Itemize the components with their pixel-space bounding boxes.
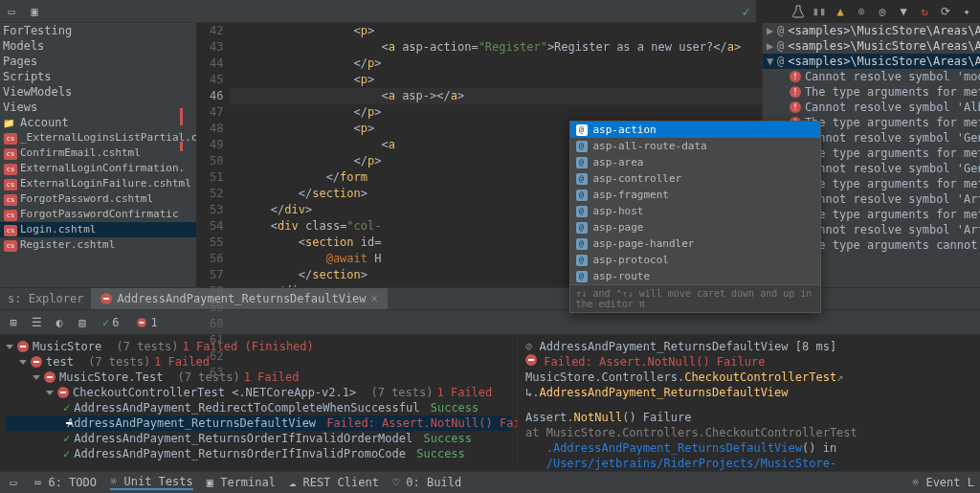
file-item[interactable]: csRegister.cshtml bbox=[0, 237, 196, 253]
collapse-icon[interactable]: ▣ bbox=[27, 4, 42, 19]
file-item[interactable]: csExternalLoginConfirmation. bbox=[0, 161, 196, 176]
autocomplete-item[interactable]: @asp-page bbox=[570, 219, 820, 235]
autocomplete-item[interactable]: @asp-fragment bbox=[570, 187, 820, 203]
contrast-icon[interactable]: ◐ bbox=[52, 315, 67, 330]
check-icon: ✓ bbox=[743, 4, 750, 19]
test-item[interactable]: ✓ AddressAndPayment_ReturnsOrderIfInvali… bbox=[6, 431, 511, 446]
fail-count[interactable]: 1 bbox=[131, 315, 162, 330]
project-sidebar[interactable]: ForTesting Models Pages Scripts ViewMode… bbox=[0, 23, 196, 287]
autocomplete-popup[interactable]: @asp-action@asp-all-route-data@asp-area@… bbox=[569, 121, 821, 313]
autocomplete-item[interactable]: @asp-host bbox=[570, 203, 820, 219]
build-tab[interactable]: ♡ 0: Build bbox=[392, 476, 461, 489]
fail-icon bbox=[57, 387, 69, 398]
test-item[interactable]: AddressAndPayment_ReturnsDefaultView Fai… bbox=[6, 415, 511, 431]
error-file-item[interactable]: ▶@ <samples>\MusicStore\Areas\Ad bbox=[763, 23, 980, 38]
toolbar-right: ▮▮ ▲ ⊗ ◎ ▼ ↻ ⟳ ✦ bbox=[785, 0, 980, 23]
fail-icon bbox=[17, 341, 29, 352]
test-item[interactable]: ✓ AddressAndPayment_ReturnsOrderIfInvali… bbox=[6, 446, 511, 461]
event-log-tab[interactable]: ☼ Event L bbox=[912, 476, 974, 489]
file-item[interactable]: cs_ExternalLoginsListPartial.c bbox=[0, 130, 196, 146]
tree-folder[interactable]: ForTesting bbox=[0, 23, 196, 38]
eye-off-icon[interactable]: ⊗ bbox=[854, 4, 869, 19]
tool-tabs: s: Explorer AddressAndPayment_ReturnsDef… bbox=[0, 287, 980, 310]
autocomplete-item[interactable]: @asp-controller bbox=[570, 170, 820, 187]
tab-test-result[interactable]: AddressAndPayment_ReturnsDefaultView × bbox=[91, 288, 387, 309]
line-gutter: 4243444546474849505152535455565758596061… bbox=[196, 23, 230, 287]
tree-folder[interactable]: Pages bbox=[0, 54, 196, 69]
target-icon[interactable]: ◎ bbox=[875, 4, 890, 19]
autocomplete-hint: ↑↓ and ⌃↑↓ will move caret down and up i… bbox=[570, 284, 820, 312]
error-file-item[interactable]: ▼@ <samples>\MusicStore\Areas\Ad bbox=[763, 54, 980, 69]
tab-label: AddressAndPayment_ReturnsDefaultView bbox=[117, 292, 366, 305]
stacktrace-link[interactable]: .AddressAndPayment_ReturnsDefaultView bbox=[546, 441, 802, 455]
sync-icon[interactable]: ⟳ bbox=[938, 4, 953, 19]
tree-folder[interactable]: Models bbox=[0, 38, 196, 54]
error-item[interactable]: !Cannot resolve symbol 'model' bbox=[763, 69, 980, 84]
tree-folder[interactable]: Views bbox=[0, 100, 196, 115]
autocomplete-item[interactable]: @asp-page-handler bbox=[570, 235, 820, 252]
unit-tests-tab[interactable]: ☼ Unit Tests bbox=[110, 475, 193, 490]
pause-icon[interactable]: ▮▮ bbox=[812, 4, 827, 19]
explorer-label: s: Explorer bbox=[0, 292, 91, 305]
file-item[interactable]: csLogin.cshtml bbox=[0, 222, 196, 237]
fail-icon bbox=[44, 371, 56, 383]
todo-tab[interactable]: ≔ 6: TODO bbox=[34, 476, 97, 489]
hide-icon[interactable]: ▭ bbox=[4, 4, 19, 19]
flask-icon[interactable] bbox=[791, 4, 806, 19]
autocomplete-item[interactable]: @asp-action bbox=[570, 122, 820, 138]
wrench-icon[interactable]: ✦ bbox=[959, 4, 974, 19]
filter-icon[interactable]: ▼ bbox=[896, 4, 911, 19]
file-item[interactable]: csExternalLoginFailure.cshtml bbox=[0, 176, 196, 191]
menu-icon[interactable]: ▭ bbox=[6, 475, 21, 490]
layers-icon[interactable]: ▤ bbox=[75, 315, 90, 330]
file-item[interactable]: csConfirmEmail.cshtml bbox=[0, 146, 196, 161]
code-editor[interactable]: 4243444546474849505152535455565758596061… bbox=[196, 23, 762, 287]
fail-icon bbox=[31, 356, 42, 368]
autocomplete-item[interactable]: @asp-all-route-data bbox=[570, 138, 820, 154]
test-tree[interactable]: MusicStore (7 tests) 1 Failed (Finished)… bbox=[0, 335, 517, 477]
output-title: AddressAndPayment_ReturnsDefaultView [8 … bbox=[539, 340, 836, 353]
refresh-icon[interactable]: ↻ bbox=[917, 4, 932, 19]
pass-count[interactable]: ✓6 bbox=[98, 315, 123, 330]
test-output[interactable]: ⊘ AddressAndPayment_ReturnsDefaultView [… bbox=[517, 335, 980, 477]
fail-icon bbox=[100, 293, 112, 304]
error-file-item[interactable]: ▶@ <samples>\MusicStore\Areas\Ad bbox=[763, 38, 980, 54]
warning-icon[interactable]: ▲ bbox=[833, 4, 848, 19]
error-item[interactable]: !The type arguments for method bbox=[763, 84, 980, 100]
tree-icon[interactable]: ☰ bbox=[29, 315, 44, 330]
terminal-tab[interactable]: ▣ Terminal bbox=[207, 476, 276, 489]
rest-client-tab[interactable]: ☁ REST Client bbox=[289, 476, 379, 489]
top-toolbar: ▭ ▣ bbox=[0, 0, 756, 23]
close-icon[interactable]: × bbox=[371, 292, 378, 305]
test-item[interactable]: ✓ AddressAndPayment_RedirectToCompleteWh… bbox=[6, 400, 511, 415]
fail-icon bbox=[525, 354, 537, 366]
error-item[interactable]: !Cannot resolve symbol 'AlbumId' bbox=[763, 100, 980, 115]
file-item[interactable]: csForgotPassword.cshtml bbox=[0, 191, 196, 207]
test-filter-bar: ⊞ ☰ ◐ ▤ ✓6 1 bbox=[0, 310, 980, 335]
autocomplete-item[interactable]: @asp-protocol bbox=[570, 252, 820, 268]
autocomplete-item[interactable]: @asp-route bbox=[570, 268, 820, 284]
tree-folder[interactable]: Scripts bbox=[0, 69, 196, 84]
expand-icon[interactable]: ⊞ bbox=[6, 315, 21, 330]
status-bar: ▭ ≔ 6: TODO ☼ Unit Tests ▣ Terminal ☁ RE… bbox=[0, 471, 980, 493]
autocomplete-item[interactable]: @asp-area bbox=[570, 154, 820, 170]
tree-folder-account[interactable]: Account bbox=[0, 115, 196, 130]
file-item[interactable]: csForgotPasswordConfirmatic bbox=[0, 207, 196, 222]
tree-folder[interactable]: ViewModels bbox=[0, 84, 196, 100]
